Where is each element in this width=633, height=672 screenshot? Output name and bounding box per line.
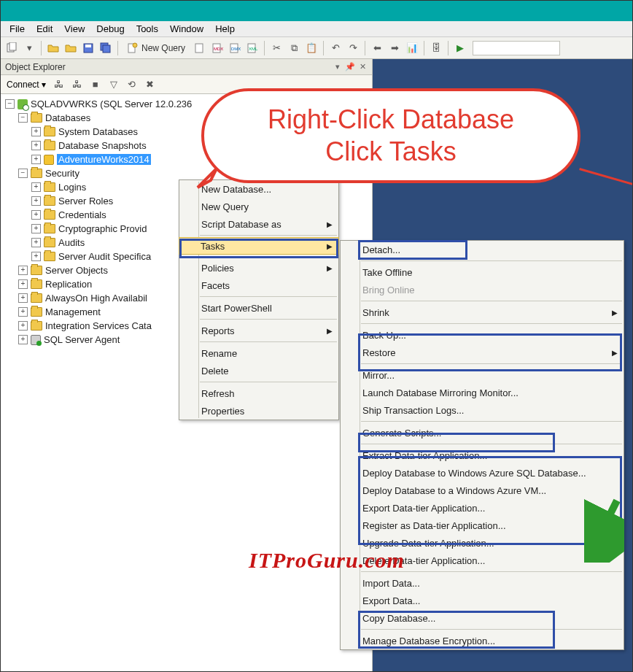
new-project-icon[interactable] bbox=[4, 40, 20, 56]
menu-help[interactable]: Help bbox=[209, 22, 241, 36]
menu-debug[interactable]: Debug bbox=[90, 22, 130, 36]
execute-icon[interactable]: ▶ bbox=[452, 40, 468, 56]
expand-icon[interactable]: + bbox=[18, 293, 28, 303]
task-shrink[interactable]: Shrink▶ bbox=[341, 304, 624, 321]
task-export-data[interactable]: Export Data... bbox=[341, 592, 624, 609]
cancel-icon[interactable]: ✖ bbox=[142, 77, 158, 93]
task-restore[interactable]: Restore▶ bbox=[341, 344, 624, 361]
task-import-data[interactable]: Import Data... bbox=[341, 574, 624, 592]
callout-tail-icon bbox=[196, 167, 218, 189]
expand-icon[interactable]: + bbox=[31, 224, 41, 233]
collapse-icon[interactable]: − bbox=[18, 169, 28, 178]
collapse-icon[interactable]: − bbox=[5, 99, 15, 109]
tree-label: Server Roles bbox=[58, 196, 113, 206]
cut-icon[interactable]: ✂ bbox=[268, 40, 284, 56]
task-mirror[interactable]: Mirror... bbox=[341, 366, 624, 384]
filter-icon[interactable]: ▽ bbox=[106, 77, 122, 93]
expand-icon[interactable]: + bbox=[18, 321, 28, 331]
paste-icon[interactable]: 📋 bbox=[303, 40, 319, 56]
expand-icon[interactable]: + bbox=[31, 141, 41, 150]
panel-close-icon[interactable]: ✕ bbox=[357, 62, 368, 72]
redo-icon[interactable]: ↷ bbox=[345, 40, 361, 56]
expand-icon[interactable]: + bbox=[18, 279, 28, 289]
expand-icon[interactable]: + bbox=[31, 182, 41, 192]
task-extract-dac[interactable]: Extract Data-tier Application... bbox=[341, 447, 624, 464]
connect-button[interactable]: Connect▾ bbox=[4, 77, 49, 92]
save-icon[interactable] bbox=[80, 40, 96, 56]
connect-server-icon[interactable]: 🖧 bbox=[51, 77, 67, 93]
task-generate-scripts[interactable]: Generate Scripts... bbox=[341, 424, 624, 441]
panel-pin-icon[interactable]: 📌 bbox=[345, 62, 355, 72]
task-take-offline[interactable]: Take Offline bbox=[341, 263, 624, 281]
menubar: File Edit View Debug Tools Window Help bbox=[1, 21, 632, 37]
undo-icon[interactable]: ↶ bbox=[327, 40, 343, 56]
tree-label: Server Objects bbox=[45, 265, 108, 276]
ctx-rename[interactable]: Rename bbox=[179, 344, 338, 362]
registered-servers-icon[interactable]: 🗄 bbox=[428, 40, 444, 56]
xmla-query-icon[interactable]: XML bbox=[244, 40, 260, 56]
expand-icon[interactable]: + bbox=[18, 335, 28, 344]
menu-tools[interactable]: Tools bbox=[131, 22, 164, 36]
ctx-policies[interactable]: Policies▶ bbox=[179, 259, 338, 277]
menu-file[interactable]: File bbox=[4, 22, 31, 36]
panel-dropdown-icon[interactable]: ▾ bbox=[333, 62, 343, 72]
nav-back-icon[interactable]: ⬅ bbox=[369, 40, 385, 56]
ctx-refresh[interactable]: Refresh bbox=[179, 385, 338, 402]
dmx-query-icon[interactable]: DMX bbox=[227, 40, 243, 56]
collapse-icon[interactable]: − bbox=[18, 113, 28, 123]
expand-icon[interactable]: + bbox=[31, 252, 41, 261]
ctx-delete[interactable]: Delete bbox=[179, 362, 338, 379]
menu-window[interactable]: Window bbox=[164, 22, 209, 36]
expand-icon[interactable]: + bbox=[31, 127, 41, 136]
disconnect-icon[interactable]: 🖧 bbox=[69, 77, 85, 93]
ctx-label: Reports bbox=[201, 325, 235, 336]
ctx-reports[interactable]: Reports▶ bbox=[179, 322, 338, 339]
expand-icon[interactable]: + bbox=[18, 266, 28, 275]
folder-icon bbox=[44, 182, 55, 192]
tree-label: System Databases bbox=[58, 126, 138, 137]
task-ship-logs[interactable]: Ship Transaction Logs... bbox=[341, 401, 624, 419]
db-query-icon[interactable] bbox=[192, 40, 208, 56]
expand-icon[interactable]: + bbox=[31, 238, 41, 247]
task-backup[interactable]: Back Up... bbox=[341, 326, 624, 344]
ctx-tasks[interactable]: Tasks▶ bbox=[179, 237, 339, 255]
refresh-icon[interactable]: ⟲ bbox=[124, 77, 140, 93]
expand-icon[interactable]: + bbox=[31, 196, 41, 206]
task-export-dac[interactable]: Export Data-tier Application... bbox=[341, 499, 624, 517]
folder-icon bbox=[31, 279, 42, 289]
dropdown-icon[interactable]: ▾ bbox=[21, 40, 37, 56]
annotation-line2: Click Tasks bbox=[325, 136, 456, 166]
ctx-start-powershell[interactable]: Start PowerShell bbox=[179, 299, 338, 317]
nav-fwd-icon[interactable]: ➡ bbox=[387, 40, 403, 56]
expand-icon[interactable]: + bbox=[31, 210, 41, 220]
expand-icon[interactable]: + bbox=[31, 155, 41, 164]
ctx-new-query[interactable]: New Query bbox=[179, 198, 338, 215]
main-toolbar: ▾ New Query MDX DMX XML ✂ ⧉ 📋 ↶ ↷ ⬅ ➡ 📊 … bbox=[1, 37, 632, 59]
ctx-script-database[interactable]: Script Database as▶ bbox=[179, 215, 338, 233]
ctx-properties[interactable]: Properties bbox=[179, 402, 338, 420]
stop-icon[interactable]: ■ bbox=[88, 77, 104, 93]
mdx-query-icon[interactable]: MDX bbox=[209, 40, 225, 56]
task-manage-encryption[interactable]: Manage Database Encryption... bbox=[341, 632, 624, 649]
menu-edit[interactable]: Edit bbox=[31, 22, 58, 36]
activity-icon[interactable]: 📊 bbox=[404, 40, 420, 56]
ctx-facets[interactable]: Facets bbox=[179, 277, 338, 294]
submenu-arrow-icon: ▶ bbox=[612, 309, 618, 317]
tree-label: Integration Services Cata bbox=[45, 320, 152, 331]
new-query-icon bbox=[127, 42, 139, 54]
ctx-label: Tasks bbox=[201, 241, 225, 252]
new-query-button[interactable]: New Query bbox=[122, 40, 190, 56]
save-all-icon[interactable] bbox=[98, 40, 114, 56]
expand-icon[interactable]: + bbox=[18, 307, 28, 317]
task-launch-mirroring[interactable]: Launch Database Mirroring Monitor... bbox=[341, 384, 624, 401]
task-register-dac[interactable]: Register as Data-tier Application... bbox=[341, 517, 624, 534]
database-combo[interactable] bbox=[473, 41, 560, 55]
task-deploy-azure-db[interactable]: Deploy Database to Windows Azure SQL Dat… bbox=[341, 464, 624, 482]
task-detach[interactable]: Detach... bbox=[341, 241, 624, 258]
task-copy-database[interactable]: Copy Database... bbox=[341, 609, 624, 627]
open-folder-icon[interactable] bbox=[45, 40, 61, 56]
menu-view[interactable]: View bbox=[58, 22, 90, 36]
task-deploy-azure-vm[interactable]: Deploy Database to a Windows Azure VM... bbox=[341, 482, 624, 499]
copy-icon[interactable]: ⧉ bbox=[286, 40, 302, 56]
open-file-icon[interactable] bbox=[63, 40, 79, 56]
